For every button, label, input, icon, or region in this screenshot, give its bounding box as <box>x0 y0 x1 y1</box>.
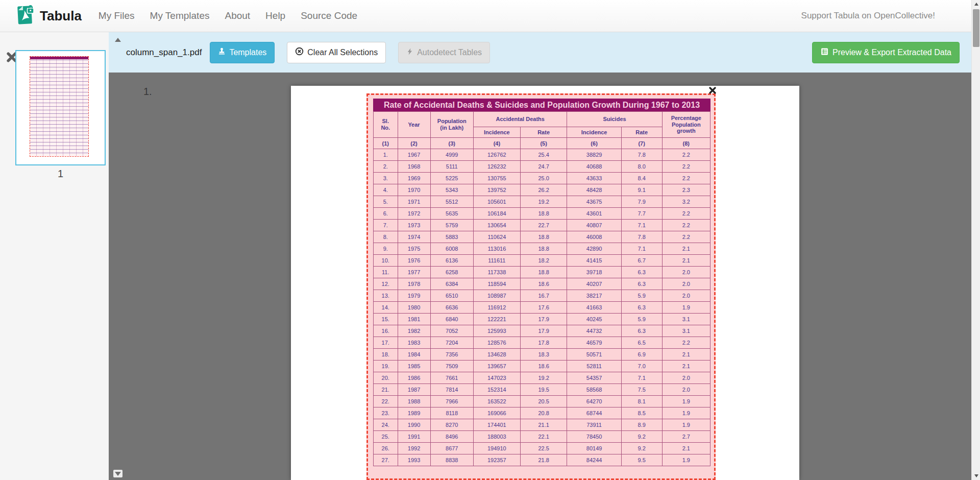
table-cell: 1984 <box>398 349 430 361</box>
templates-button[interactable]: Templates <box>210 42 275 63</box>
table-cell: 192357 <box>474 454 521 466</box>
table-cell: 22.7 <box>520 220 567 231</box>
table-cell: 1967 <box>398 149 430 161</box>
table-row: 19.1985750913965718.6528117.02.1 <box>374 361 710 372</box>
table-cell: 8118 <box>430 407 473 419</box>
table-cell: 7.1 <box>621 220 662 231</box>
support-link[interactable]: Support Tabula on OpenCollective! <box>801 11 935 21</box>
table-cell: 2.0 <box>662 278 710 290</box>
table-cell: 6.5 <box>621 337 662 349</box>
table-cell: 2.1 <box>662 361 710 372</box>
table-cell: 43633 <box>567 173 621 184</box>
table-cell: 5111 <box>430 161 473 173</box>
table-cell: 9.5 <box>621 454 662 466</box>
table-row: 26.1992867719491022.5801499.22.1 <box>374 443 710 454</box>
brand-title[interactable]: Tabula <box>40 8 82 24</box>
table-cell: 14. <box>374 302 398 314</box>
table-cell: 26.2 <box>520 184 567 196</box>
nav-link-help[interactable]: Help <box>258 10 293 21</box>
table-cell: 7.8 <box>621 231 662 243</box>
table-cell: 18.8 <box>520 231 567 243</box>
table-cell: 17. <box>374 337 398 349</box>
nav-link-about[interactable]: About <box>217 10 258 21</box>
table-cell: 7.7 <box>621 208 662 220</box>
col-header-suicides: Suicides <box>567 112 662 127</box>
viewer-page-number: 1. <box>143 86 152 98</box>
table-cell: 8.1 <box>621 396 662 407</box>
table-cell: 169066 <box>474 407 521 419</box>
table-cell: 21. <box>374 384 398 396</box>
table-cell: 2.3 <box>662 184 710 196</box>
table-cell: 7.0 <box>621 361 662 372</box>
table-cell: 2.1 <box>662 443 710 454</box>
table-cell: 1.9 <box>662 407 710 419</box>
page-sidebar: 1 <box>0 32 109 480</box>
pdf-page-1[interactable]: Rate of Accidental Deaths & Suicides and… <box>291 86 799 480</box>
sidebar-scroll-up-icon[interactable] <box>113 36 122 43</box>
main-scrollbar <box>971 0 980 480</box>
table-cell: 1987 <box>398 384 430 396</box>
table-cell: 6510 <box>430 290 473 302</box>
page-thumbnail[interactable] <box>15 50 106 165</box>
table-cell: 8270 <box>430 419 473 431</box>
table-cell: 105601 <box>474 196 521 208</box>
scrollbar-thumb[interactable] <box>973 9 979 47</box>
table-cell: 106184 <box>474 208 521 220</box>
preview-export-button[interactable]: Preview & Export Extracted Data <box>812 42 960 63</box>
nav-link-my-files[interactable]: My Files <box>91 10 142 21</box>
table-cell: 9.1 <box>621 184 662 196</box>
table-cell: 5343 <box>430 184 473 196</box>
nav-link-my-templates[interactable]: My Templates <box>142 10 217 21</box>
table-cell: 80149 <box>567 443 621 454</box>
table-cell: 1993 <box>398 454 430 466</box>
index-cell: (1) <box>374 138 398 149</box>
table-cell: 2.2 <box>662 208 710 220</box>
table-cell: 11. <box>374 267 398 278</box>
table-cell: 163522 <box>474 396 521 407</box>
autodetect-tables-button[interactable]: Autodetect Tables <box>398 42 490 63</box>
table-cell: 125993 <box>474 325 521 337</box>
table-cell: 1.9 <box>662 396 710 407</box>
table-cell: 1974 <box>398 231 430 243</box>
table-cell: 6.3 <box>621 325 662 337</box>
table-cell: 1977 <box>398 267 430 278</box>
table-cell: 27. <box>374 454 398 466</box>
table-cell: 41663 <box>567 302 621 314</box>
nav-link-source-code[interactable]: Source Code <box>293 10 365 21</box>
table-cell: 15. <box>374 314 398 325</box>
sidebar-scroll-down-icon[interactable] <box>113 470 122 477</box>
table-cell: 2.2 <box>662 161 710 173</box>
table-cell: 2.0 <box>662 384 710 396</box>
table-cell: 7661 <box>430 372 473 384</box>
table-cell: 24. <box>374 419 398 431</box>
table-cell: 1976 <box>398 255 430 267</box>
table-row: 5.1971551210560119.2436757.93.2 <box>374 196 710 208</box>
table-selection-box[interactable]: Rate of Accidental Deaths & Suicides and… <box>366 93 716 480</box>
table-cell: 6840 <box>430 314 473 325</box>
table-cell: 2.2 <box>662 149 710 161</box>
table-cell: 4. <box>374 184 398 196</box>
col-header-ad-rate: Rate <box>520 127 567 138</box>
table-cell: 152314 <box>474 384 521 396</box>
table-cell: 2.7 <box>662 431 710 443</box>
table-cell: 8838 <box>430 454 473 466</box>
table-cell: 6.3 <box>621 302 662 314</box>
table-cell: 1968 <box>398 161 430 173</box>
delete-selection-icon[interactable] <box>708 86 718 95</box>
table-cell: 5635 <box>430 208 473 220</box>
index-cell: (3) <box>430 138 473 149</box>
pdf-table-region: Rate of Accidental Deaths & Suicides and… <box>373 99 710 466</box>
brand[interactable]: Tabula <box>16 4 82 28</box>
table-cell: 19.5 <box>520 384 567 396</box>
table-cell: 43675 <box>567 196 621 208</box>
table-cell: 5512 <box>430 196 473 208</box>
table-row: 12.1978638411859418.6402076.32.0 <box>374 278 710 290</box>
scrollbar-down-icon[interactable] <box>972 472 980 480</box>
table-cell: 111611 <box>474 255 521 267</box>
clear-all-selections-button[interactable]: Clear All Selections <box>287 42 386 63</box>
nav-links: My FilesMy TemplatesAboutHelpSource Code <box>91 10 365 21</box>
table-cell: 64270 <box>567 396 621 407</box>
scrollbar-up-icon[interactable] <box>972 0 980 8</box>
table-cell: 7052 <box>430 325 473 337</box>
table-cell: 3.1 <box>662 314 710 325</box>
